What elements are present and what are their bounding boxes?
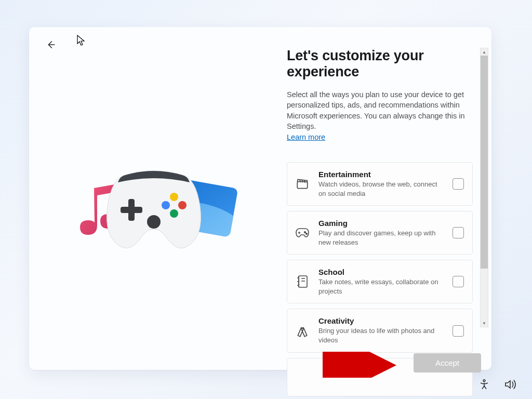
option-gaming[interactable]: Gaming Play and discover games, keep up …: [287, 211, 473, 255]
option-creativity[interactable]: Creativity Bring your ideas to life with…: [287, 309, 473, 352]
svg-point-2: [170, 193, 178, 201]
scroll-down-arrow[interactable]: ▼: [481, 320, 488, 327]
gamepad-icon: [295, 228, 310, 238]
page-description: Select all the ways you plan to use your…: [287, 89, 484, 131]
system-tray: [478, 378, 516, 391]
svg-point-6: [147, 215, 161, 229]
content-pane: ▲ ▼ Let's customize your experience Sele…: [287, 48, 481, 347]
paintbrush-icon: [295, 324, 310, 338]
option-checkbox[interactable]: [453, 325, 464, 337]
svg-rect-10: [299, 276, 307, 287]
svg-point-4: [162, 201, 170, 209]
scroll-up-arrow[interactable]: ▲: [481, 48, 488, 56]
scroll-thumb[interactable]: [481, 56, 488, 269]
svg-rect-1: [121, 207, 142, 213]
option-entertainment[interactable]: Entertainment Watch videos, browse the w…: [287, 162, 473, 206]
accept-button[interactable]: Accept: [414, 353, 481, 373]
volume-icon[interactable]: [504, 378, 516, 391]
svg-point-12: [483, 380, 485, 382]
clapperboard-icon: [295, 177, 310, 191]
option-school[interactable]: School Take notes, write essays, collabo…: [287, 260, 473, 303]
game-controller-icon: [104, 170, 203, 253]
option-subtitle: Take notes, write essays, collaborate on…: [318, 277, 444, 296]
svg-point-8: [304, 232, 306, 233]
learn-more-link[interactable]: Learn more: [287, 133, 325, 141]
skip-button[interactable]: Skip: [366, 355, 394, 370]
hero-illustration: [76, 170, 232, 263]
svg-point-3: [178, 201, 187, 209]
accessibility-icon[interactable]: [478, 378, 490, 391]
back-button[interactable]: [44, 37, 58, 52]
svg-point-9: [306, 233, 308, 235]
oobe-card: ▲ ▼ Let's customize your experience Sele…: [29, 27, 491, 370]
svg-rect-7: [297, 182, 308, 189]
option-subtitle: Play and discover games, keep up with ne…: [318, 229, 444, 247]
notebook-icon: [295, 275, 310, 288]
scrollbar[interactable]: ▲ ▼: [480, 48, 488, 327]
page-title: Let's customize your experience: [287, 48, 478, 80]
option-title: School: [318, 268, 444, 276]
option-title: Creativity: [318, 316, 444, 325]
option-checkbox[interactable]: [453, 276, 464, 287]
option-title: Entertainment: [318, 170, 444, 179]
option-subtitle: Watch videos, browse the web, connect on…: [318, 180, 444, 198]
footer-buttons: Skip Accept: [287, 353, 481, 373]
option-subtitle: Bring your ideas to life with photos and…: [318, 326, 444, 344]
option-checkbox[interactable]: [453, 227, 464, 238]
svg-point-5: [170, 209, 178, 218]
option-checkbox[interactable]: [453, 178, 464, 190]
option-title: Gaming: [318, 219, 444, 228]
